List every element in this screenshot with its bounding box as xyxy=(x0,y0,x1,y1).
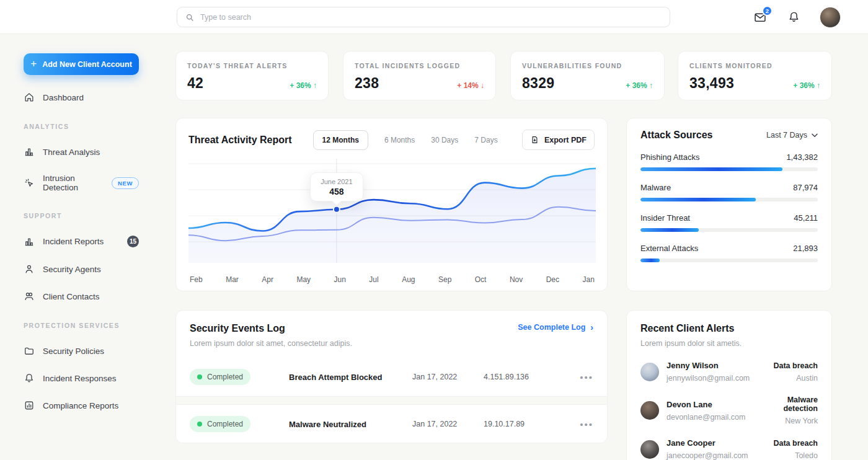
tab-30-days[interactable]: 30 Days xyxy=(431,136,458,144)
cursor-click-icon xyxy=(24,177,35,188)
x-axis-labels: FebMarAprMayJunJulAugSepOctNovDecJan xyxy=(188,275,596,284)
client-avatar xyxy=(640,363,659,381)
x-axis-tick: Jun xyxy=(334,275,346,284)
x-axis-tick: Dec xyxy=(546,275,559,284)
progress-fill xyxy=(640,198,756,201)
sidebar-section-analytics: ANALYTICS xyxy=(24,123,139,130)
tab-12-months[interactable]: 12 Months xyxy=(313,130,368,150)
export-pdf-button[interactable]: Export PDF xyxy=(522,130,595,150)
status-badge: Completed xyxy=(190,416,250,432)
attack-source-row-malware: Malware 87,974 xyxy=(640,183,818,201)
add-new-client-button[interactable]: + Add New Client Account xyxy=(24,53,139,75)
sidebar-item-intrusion-detection[interactable]: Intrusion Detection NEW xyxy=(24,174,139,192)
sidebar-item-threat-analysis[interactable]: Threat Analysis xyxy=(24,146,139,157)
stat-card-incidents-logged: TOTAL INCIDENTS LOGGED 238 + 14% ↓ xyxy=(343,51,496,100)
attack-sources-range-dropdown[interactable]: Last 7 Days xyxy=(766,131,818,139)
alert-type: Data breach xyxy=(773,439,818,448)
alert-type: Malware detection xyxy=(753,396,818,413)
sidebar-item-label: Compliance Reports xyxy=(43,401,139,410)
line-chart-svg xyxy=(188,159,596,263)
x-axis-tick: Jul xyxy=(369,275,378,284)
attack-source-label: Insider Threat xyxy=(640,213,690,223)
chart-tooltip: June 2021 458 xyxy=(310,172,363,201)
client-email: janecooper@gmail.com xyxy=(666,451,766,460)
sidebar-item-security-policies[interactable]: Security Policies xyxy=(24,345,139,356)
topbar-actions: 2 xyxy=(753,0,841,34)
client-name: Jane Cooper xyxy=(666,438,766,448)
event-date: Jan 17, 2022 xyxy=(412,420,484,428)
attack-source-value: 45,211 xyxy=(794,213,818,223)
sidebar-section-protection-services: PROTECTION SERVICES xyxy=(24,322,139,329)
sidebar-item-compliance-reports[interactable]: Compliance Reports xyxy=(24,400,139,411)
search-input[interactable] xyxy=(200,13,662,22)
x-axis-tick: Apr xyxy=(262,275,273,284)
bell-icon xyxy=(787,11,800,24)
row-menu-button[interactable]: ••• xyxy=(567,419,593,430)
status-dot-icon xyxy=(197,374,202,379)
sidebar-item-label: Security Agents xyxy=(43,265,139,274)
bell-icon xyxy=(24,373,35,384)
attack-source-row-phishing: Phishing Attacks 1,43,382 xyxy=(640,153,818,171)
event-ip: 19.10.17.89 xyxy=(484,420,567,428)
mail-button[interactable]: 2 xyxy=(753,10,768,25)
search-bar[interactable] xyxy=(177,7,670,27)
event-ip: 4.151.89.136 xyxy=(484,373,567,381)
sidebar-item-client-contacts[interactable]: Client Contacts xyxy=(24,291,139,302)
arrow-up-icon: ↑ xyxy=(313,81,317,90)
row-menu-button[interactable]: ••• xyxy=(567,372,593,383)
sidebar-item-security-agents[interactable]: Security Agents xyxy=(24,263,139,275)
status-dot-icon xyxy=(197,422,202,427)
tab-7-days[interactable]: 7 Days xyxy=(474,136,497,144)
stat-delta: + 36% ↑ xyxy=(626,81,653,90)
event-row-breach-attempt[interactable]: Completed Breach Attempt Blocked Jan 17,… xyxy=(176,358,607,396)
stat-value: 33,493 xyxy=(689,75,734,92)
stat-delta: + 36% ↑ xyxy=(793,81,820,90)
alert-row-jenny-wilson[interactable]: Jenny Wilson jennywilson@gmail.com Data … xyxy=(640,361,818,383)
person-icon xyxy=(24,263,35,275)
range-tabs: 12 Months 6 Months 30 Days 7 Days xyxy=(313,130,498,150)
progress-track xyxy=(640,228,818,232)
add-new-client-label: Add New Client Account xyxy=(42,60,132,69)
security-events-subtitle: Lorem ipsum dolor sit amet, consectetur … xyxy=(190,339,352,348)
x-axis-tick: Aug xyxy=(402,275,415,284)
folder-icon xyxy=(24,345,35,356)
mail-badge: 2 xyxy=(762,6,773,16)
attack-source-row-insider-threat: Insider Threat 45,211 xyxy=(640,213,818,232)
stat-label: VULNERABILITIES FOUND xyxy=(522,62,653,69)
see-complete-log-label: See Complete Log xyxy=(518,323,585,332)
sidebar-item-incident-responses[interactable]: Incident Responses xyxy=(24,373,139,384)
range-label: Last 7 Days xyxy=(766,131,807,139)
user-avatar[interactable] xyxy=(820,7,841,28)
plus-icon: + xyxy=(30,58,37,69)
dashboard-page: 2 + Add New Client Account Dashboard ANA… xyxy=(0,0,868,460)
arrow-up-icon: ↑ xyxy=(817,81,820,90)
event-row-malware-neutralized[interactable]: Completed Malware Neutralized Jan 17, 20… xyxy=(176,405,607,443)
notifications-button[interactable] xyxy=(786,10,801,25)
client-avatar xyxy=(640,440,659,459)
stat-label: TODAY'S THREAT ALERTS xyxy=(187,62,317,69)
sidebar-item-label: Threat Analysis xyxy=(43,148,139,157)
sidebar-item-label: Security Policies xyxy=(43,347,139,356)
tab-6-months[interactable]: 6 Months xyxy=(384,136,415,144)
x-axis-tick: Nov xyxy=(510,275,523,284)
bar-chart-icon xyxy=(24,236,35,247)
alert-city: Toledo xyxy=(773,451,818,460)
sidebar-item-incident-reports[interactable]: Incident Reports 15 xyxy=(24,236,139,247)
threat-activity-chart[interactable]: June 2021 458 xyxy=(188,159,596,263)
stat-value: 238 xyxy=(355,75,379,92)
attack-source-label: External Attacks xyxy=(640,244,698,253)
x-axis-tick: Feb xyxy=(190,275,203,284)
see-complete-log-link[interactable]: See Complete Log › xyxy=(518,323,593,332)
recent-client-alerts-card: Recent Client Alerts Lorem ipsum dolor s… xyxy=(626,310,832,460)
attack-sources-card: Attack Sources Last 7 Days Phishing Atta… xyxy=(626,118,832,291)
sidebar-item-dashboard[interactable]: Dashboard xyxy=(24,92,139,103)
x-axis-tick: May xyxy=(296,275,311,284)
alert-city: New York xyxy=(753,417,818,425)
alert-row-devon-lane[interactable]: Devon Lane devonlane@gmail.com Malware d… xyxy=(640,396,818,425)
alert-row-jane-cooper[interactable]: Jane Cooper janecooper@gmail.com Data br… xyxy=(640,438,818,460)
progress-track xyxy=(640,198,818,201)
event-name: Breach Attempt Blocked xyxy=(289,373,412,382)
progress-track xyxy=(640,259,818,262)
progress-fill xyxy=(640,167,782,171)
sidebar-item-label: Intrusion Detection xyxy=(43,174,104,192)
